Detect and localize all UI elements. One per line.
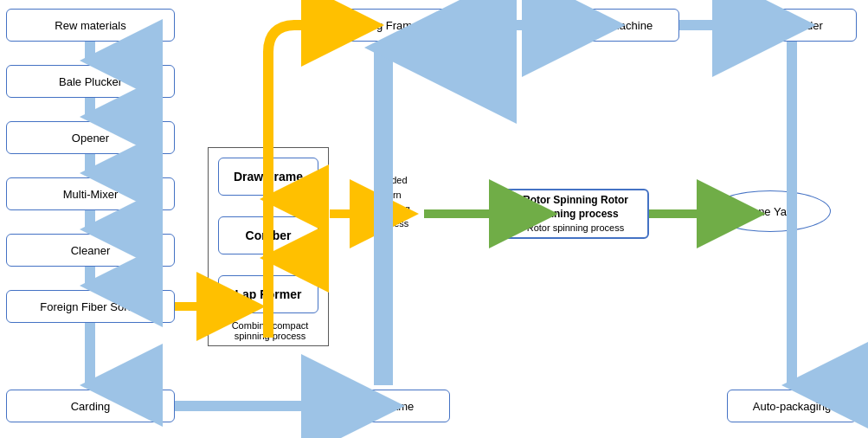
rotor-spinning-sublabel: Rotor spinning process <box>507 222 644 235</box>
foreign-fiber-sorter-box: Foreign Fiber Sorter <box>6 290 175 323</box>
rotor-spinning-label: Rotor Spinning Rotor spinning process <box>507 193 644 222</box>
bale-plucker-box: Bale Plucker <box>6 65 175 98</box>
opener-box: Opener <box>6 121 175 154</box>
spinning-machine-box: Spinning Machine <box>537 9 679 42</box>
roving-frame-box: Roving Frame <box>316 9 450 42</box>
raw-materials-box: Rew materials <box>6 9 175 42</box>
draw-frame-bottom-box: Draw Frame <box>316 390 450 422</box>
multi-mixer-box: Multi-Mixer <box>6 177 175 210</box>
diagram-canvas: Rew materials Bale Plucker Opener Multi-… <box>0 0 868 438</box>
cleaner-box: Cleaner <box>6 234 175 267</box>
combing-group-label: Combing/compactspinning process <box>211 320 329 341</box>
auto-packaging-box: Auto-packaging <box>727 390 857 422</box>
lap-former-box: Lap Former <box>218 275 318 313</box>
carded-yarn-label: CardedYarnSpinningProcess <box>363 173 420 230</box>
carding-box: Carding <box>6 390 175 422</box>
auto-winder-box: Auto Winder <box>727 9 857 42</box>
cone-yarn-box: Cone Yarn <box>710 190 831 232</box>
comber-box: Comber <box>218 216 318 254</box>
rotor-spinning-box: Rotor Spinning Rotor spinning process Ro… <box>502 189 649 239</box>
draw-frame-inner-box: Draw Frame <box>218 158 318 196</box>
